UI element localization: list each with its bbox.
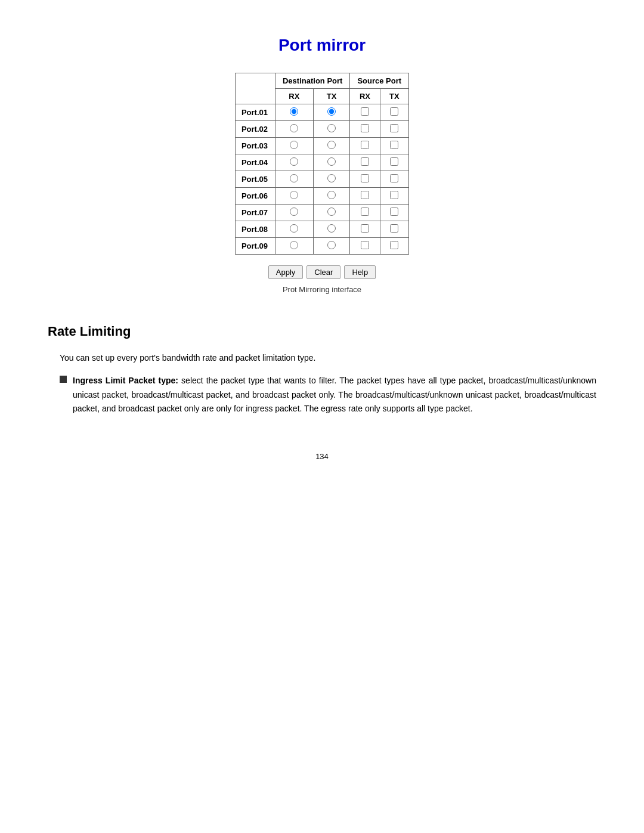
src-tx-header: TX [380, 89, 409, 104]
rate-limiting-title: Rate Limiting [48, 324, 596, 339]
src-rx-header: RX [350, 89, 380, 104]
bullet-icon [60, 376, 67, 383]
dest-rx-radio-port09[interactable] [290, 241, 298, 249]
src-tx-checkbox-port08[interactable] [390, 224, 398, 233]
help-button[interactable]: Help [344, 265, 376, 279]
bullet-text-1: Ingress Limit Packet type: select the pa… [73, 374, 596, 416]
port-label: Port.02 [235, 121, 275, 138]
table-row: Port.04 [235, 154, 408, 171]
table-row: Port.05 [235, 171, 408, 188]
src-tx-cell [380, 104, 409, 121]
dest-tx-radio-port04[interactable] [327, 157, 336, 166]
dest-tx-radio-port09[interactable] [327, 241, 336, 249]
page-number: 134 [48, 452, 596, 461]
table-row: Port.03 [235, 138, 408, 154]
dest-tx-radio-port07[interactable] [327, 208, 336, 216]
port-label: Port.04 [235, 154, 275, 171]
table-row: Port.02 [235, 121, 408, 138]
dest-rx-cell [275, 104, 313, 121]
dest-rx-radio-port01[interactable] [290, 107, 298, 116]
dest-tx-radio-port03[interactable] [327, 141, 336, 149]
table-row: Port.08 [235, 221, 408, 238]
src-tx-checkbox-port04[interactable] [390, 157, 398, 166]
src-tx-checkbox-port07[interactable] [390, 208, 398, 216]
apply-button[interactable]: Apply [268, 265, 304, 279]
src-tx-checkbox-port05[interactable] [390, 174, 398, 182]
src-tx-checkbox-port03[interactable] [390, 141, 398, 149]
page-title: Port mirror [48, 36, 596, 55]
src-rx-checkbox-port01[interactable] [361, 107, 369, 116]
dest-rx-radio-port04[interactable] [290, 157, 298, 166]
dest-tx-header: TX [313, 89, 350, 104]
port-label: Port.06 [235, 188, 275, 205]
port-mirror-table-container: Destination Port Source Port RX TX RX TX… [48, 73, 596, 255]
dest-rx-radio-port02[interactable] [290, 124, 298, 132]
src-tx-checkbox-port06[interactable] [390, 191, 398, 199]
dest-rx-radio-port06[interactable] [290, 191, 298, 199]
port-label: Port.09 [235, 238, 275, 255]
dest-rx-radio-port03[interactable] [290, 141, 298, 149]
port-label: Port.08 [235, 221, 275, 238]
table-row: Port.09 [235, 238, 408, 255]
dest-rx-header: RX [275, 89, 313, 104]
dest-tx-radio-port05[interactable] [327, 174, 336, 182]
port-label: Port.03 [235, 138, 275, 154]
src-rx-checkbox-port05[interactable] [361, 174, 369, 182]
src-rx-checkbox-port07[interactable] [361, 208, 369, 216]
table-row: Port.06 [235, 188, 408, 205]
port-mirror-table: Destination Port Source Port RX TX RX TX… [235, 73, 409, 255]
port-label: Port.01 [235, 104, 275, 121]
dest-tx-radio-port08[interactable] [327, 224, 336, 233]
bullet-bold-1: Ingress Limit Packet type: [73, 376, 178, 385]
src-rx-checkbox-port08[interactable] [361, 224, 369, 233]
port-label: Port.07 [235, 205, 275, 221]
dest-tx-radio-port01[interactable] [327, 107, 336, 116]
src-rx-checkbox-port03[interactable] [361, 141, 369, 149]
dest-port-header: Destination Port [275, 73, 349, 89]
src-rx-checkbox-port06[interactable] [361, 191, 369, 199]
bullet-list: Ingress Limit Packet type: select the pa… [60, 374, 596, 416]
dest-tx-radio-port02[interactable] [327, 124, 336, 132]
port-label: Port.05 [235, 171, 275, 188]
bullet-item-1: Ingress Limit Packet type: select the pa… [60, 374, 596, 416]
source-port-header: Source Port [350, 73, 409, 89]
src-rx-checkbox-port04[interactable] [361, 157, 369, 166]
src-rx-checkbox-port09[interactable] [361, 241, 369, 249]
table-row: Port.01 [235, 104, 408, 121]
rate-limiting-body: You can set up every port's bandwidth ra… [60, 351, 596, 416]
dest-tx-radio-port06[interactable] [327, 191, 336, 199]
dest-rx-radio-port08[interactable] [290, 224, 298, 233]
rate-limiting-intro: You can set up every port's bandwidth ra… [60, 351, 596, 366]
src-tx-checkbox-port01[interactable] [390, 107, 398, 116]
src-tx-checkbox-port02[interactable] [390, 124, 398, 132]
src-rx-checkbox-port02[interactable] [361, 124, 369, 132]
table-row: Port.07 [235, 205, 408, 221]
table-caption: Prot Mirroring interface [48, 285, 596, 294]
src-tx-checkbox-port09[interactable] [390, 241, 398, 249]
button-row: Apply Clear Help [48, 265, 596, 279]
dest-tx-cell [313, 104, 350, 121]
dest-rx-radio-port05[interactable] [290, 174, 298, 182]
dest-rx-radio-port07[interactable] [290, 208, 298, 216]
src-rx-cell [350, 104, 380, 121]
clear-button[interactable]: Clear [306, 265, 340, 279]
